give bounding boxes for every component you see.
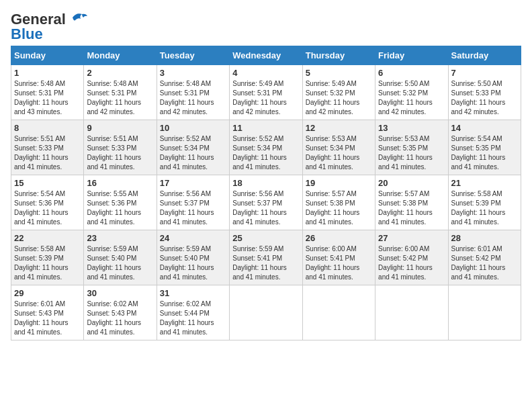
calendar-cell: 15Sunrise: 5:54 AMSunset: 5:36 PMDayligh… (11, 175, 84, 230)
day-number: 17 (160, 178, 226, 188)
calendar-cell: 20Sunrise: 5:57 AMSunset: 5:38 PMDayligh… (375, 175, 448, 230)
calendar-cell: 1Sunrise: 5:48 AMSunset: 5:31 PMDaylight… (11, 65, 84, 120)
day-number: 28 (451, 233, 518, 243)
day-number: 27 (378, 233, 445, 243)
day-info: Sunrise: 5:57 AMSunset: 5:38 PMDaylight:… (378, 189, 445, 227)
calendar-header-row: Sunday Monday Tuesday Wednesday Thursday… (11, 46, 521, 65)
day-number: 24 (160, 233, 226, 243)
day-info: Sunrise: 6:00 AMSunset: 5:42 PMDaylight:… (378, 244, 445, 282)
calendar-cell: 18Sunrise: 5:56 AMSunset: 5:37 PMDayligh… (230, 175, 302, 230)
calendar-cell: 24Sunrise: 5:59 AMSunset: 5:40 PMDayligh… (157, 230, 229, 285)
day-info: Sunrise: 5:57 AMSunset: 5:38 PMDaylight:… (306, 189, 372, 227)
calendar-cell: 4Sunrise: 5:49 AMSunset: 5:31 PMDaylight… (230, 65, 302, 120)
day-info: Sunrise: 5:50 AMSunset: 5:33 PMDaylight:… (451, 79, 518, 117)
day-info: Sunrise: 5:51 AMSunset: 5:33 PMDaylight:… (87, 134, 153, 172)
day-number: 8 (14, 123, 81, 133)
calendar-cell: 10Sunrise: 5:52 AMSunset: 5:34 PMDayligh… (157, 120, 229, 175)
day-number: 12 (306, 123, 372, 133)
day-info: Sunrise: 5:52 AMSunset: 5:34 PMDaylight:… (160, 134, 226, 172)
day-info: Sunrise: 5:59 AMSunset: 5:40 PMDaylight:… (87, 244, 153, 282)
day-info: Sunrise: 5:58 AMSunset: 5:39 PMDaylight:… (14, 244, 81, 282)
calendar-cell: 21Sunrise: 5:58 AMSunset: 5:39 PMDayligh… (448, 175, 521, 230)
day-number: 5 (306, 68, 372, 78)
day-number: 26 (306, 233, 372, 243)
day-info: Sunrise: 5:59 AMSunset: 5:40 PMDaylight:… (160, 244, 226, 282)
day-number: 7 (451, 68, 518, 78)
calendar-cell: 9Sunrise: 5:51 AMSunset: 5:33 PMDaylight… (84, 120, 157, 175)
calendar-cell: 7Sunrise: 5:50 AMSunset: 5:33 PMDaylight… (448, 65, 521, 120)
day-info: Sunrise: 6:01 AMSunset: 5:42 PMDaylight:… (451, 244, 518, 282)
day-info: Sunrise: 5:54 AMSunset: 5:36 PMDaylight:… (14, 189, 81, 227)
day-info: Sunrise: 5:56 AMSunset: 5:37 PMDaylight:… (160, 189, 226, 227)
calendar-cell (302, 285, 375, 340)
day-number: 3 (160, 68, 226, 78)
logo: General Blue (11, 11, 87, 43)
day-number: 15 (14, 178, 81, 188)
day-info: Sunrise: 5:48 AMSunset: 5:31 PMDaylight:… (87, 79, 153, 117)
col-wednesday: Wednesday (230, 46, 302, 65)
col-tuesday: Tuesday (157, 46, 229, 65)
day-number: 6 (378, 68, 445, 78)
calendar-cell: 5Sunrise: 5:49 AMSunset: 5:32 PMDaylight… (302, 65, 375, 120)
col-saturday: Saturday (448, 46, 521, 65)
day-number: 4 (232, 68, 299, 78)
logo-bird-icon (67, 11, 87, 26)
day-info: Sunrise: 6:02 AMSunset: 5:43 PMDaylight:… (87, 300, 153, 337)
calendar-week-5: 29Sunrise: 6:01 AMSunset: 5:43 PMDayligh… (11, 285, 521, 340)
day-number: 11 (232, 123, 299, 133)
calendar-cell: 3Sunrise: 5:48 AMSunset: 5:31 PMDaylight… (157, 65, 229, 120)
day-number: 14 (451, 123, 518, 133)
day-info: Sunrise: 5:50 AMSunset: 5:32 PMDaylight:… (378, 79, 445, 117)
day-number: 1 (14, 68, 81, 78)
day-number: 23 (87, 233, 153, 243)
logo-blue: Blue (11, 26, 43, 43)
day-number: 25 (232, 233, 299, 243)
calendar-cell: 8Sunrise: 5:51 AMSunset: 5:33 PMDaylight… (11, 120, 84, 175)
calendar-cell: 14Sunrise: 5:54 AMSunset: 5:35 PMDayligh… (448, 120, 521, 175)
col-monday: Monday (84, 46, 157, 65)
day-number: 20 (378, 178, 445, 188)
day-number: 31 (160, 288, 226, 298)
calendar-cell: 13Sunrise: 5:53 AMSunset: 5:35 PMDayligh… (375, 120, 448, 175)
day-info: Sunrise: 5:54 AMSunset: 5:35 PMDaylight:… (451, 134, 518, 172)
day-number: 21 (451, 178, 518, 188)
calendar-cell (230, 285, 302, 340)
day-number: 22 (14, 233, 81, 243)
day-number: 18 (232, 178, 299, 188)
calendar-cell: 6Sunrise: 5:50 AMSunset: 5:32 PMDaylight… (375, 65, 448, 120)
calendar-week-4: 22Sunrise: 5:58 AMSunset: 5:39 PMDayligh… (11, 230, 521, 285)
calendar-cell: 23Sunrise: 5:59 AMSunset: 5:40 PMDayligh… (84, 230, 157, 285)
day-info: Sunrise: 5:49 AMSunset: 5:31 PMDaylight:… (232, 79, 299, 117)
day-number: 9 (87, 123, 153, 133)
col-sunday: Sunday (11, 46, 84, 65)
day-info: Sunrise: 5:52 AMSunset: 5:34 PMDaylight:… (232, 134, 299, 172)
calendar-cell: 16Sunrise: 5:55 AMSunset: 5:36 PMDayligh… (84, 175, 157, 230)
day-number: 10 (160, 123, 226, 133)
calendar-cell: 19Sunrise: 5:57 AMSunset: 5:38 PMDayligh… (302, 175, 375, 230)
calendar-table: Sunday Monday Tuesday Wednesday Thursday… (11, 46, 521, 340)
col-thursday: Thursday (302, 46, 375, 65)
day-info: Sunrise: 5:53 AMSunset: 5:34 PMDaylight:… (306, 134, 372, 172)
calendar-cell: 26Sunrise: 6:00 AMSunset: 5:41 PMDayligh… (302, 230, 375, 285)
day-info: Sunrise: 5:49 AMSunset: 5:32 PMDaylight:… (306, 79, 372, 117)
day-info: Sunrise: 6:02 AMSunset: 5:44 PMDaylight:… (160, 300, 226, 337)
calendar-week-1: 1Sunrise: 5:48 AMSunset: 5:31 PMDaylight… (11, 65, 521, 120)
day-info: Sunrise: 6:00 AMSunset: 5:41 PMDaylight:… (306, 244, 372, 282)
day-info: Sunrise: 5:59 AMSunset: 5:41 PMDaylight:… (232, 244, 299, 282)
day-number: 30 (87, 288, 153, 298)
calendar-cell: 29Sunrise: 6:01 AMSunset: 5:43 PMDayligh… (11, 285, 84, 340)
calendar-cell: 31Sunrise: 6:02 AMSunset: 5:44 PMDayligh… (157, 285, 229, 340)
day-info: Sunrise: 5:58 AMSunset: 5:39 PMDaylight:… (451, 189, 518, 227)
calendar-cell: 30Sunrise: 6:02 AMSunset: 5:43 PMDayligh… (84, 285, 157, 340)
day-info: Sunrise: 5:55 AMSunset: 5:36 PMDaylight:… (87, 189, 153, 227)
calendar-cell: 25Sunrise: 5:59 AMSunset: 5:41 PMDayligh… (230, 230, 302, 285)
calendar-cell: 22Sunrise: 5:58 AMSunset: 5:39 PMDayligh… (11, 230, 84, 285)
calendar-cell: 27Sunrise: 6:00 AMSunset: 5:42 PMDayligh… (375, 230, 448, 285)
calendar-cell: 28Sunrise: 6:01 AMSunset: 5:42 PMDayligh… (448, 230, 521, 285)
day-number: 16 (87, 178, 153, 188)
page-header: General Blue (11, 11, 521, 43)
calendar-cell: 2Sunrise: 5:48 AMSunset: 5:31 PMDaylight… (84, 65, 157, 120)
calendar-week-2: 8Sunrise: 5:51 AMSunset: 5:33 PMDaylight… (11, 120, 521, 175)
day-number: 2 (87, 68, 153, 78)
day-number: 19 (306, 178, 372, 188)
